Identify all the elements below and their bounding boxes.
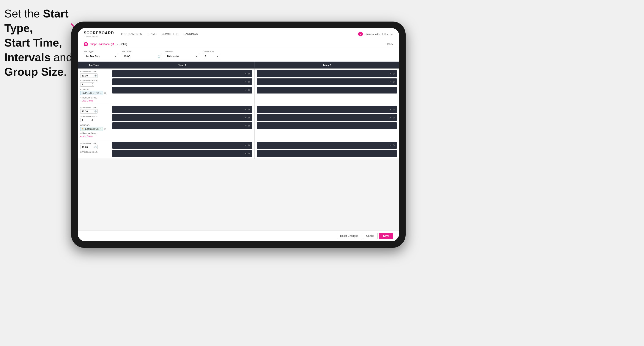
course-name-2: East Lake GC: [85, 128, 98, 130]
player-gear-1-2[interactable]: ⚙: [248, 81, 250, 83]
starting-time-label-2: STARTING TIME:: [80, 106, 107, 109]
course-label-1: COURSE:: [80, 88, 107, 90]
starting-hole-label-3: STARTING HOLE:: [80, 151, 107, 153]
player-row-6-1: ✕ ⚙: [257, 142, 397, 149]
player-gear-4-1[interactable]: ⚙: [393, 108, 395, 111]
starting-hole-input-1[interactable]: [80, 82, 94, 87]
player-row-2-1: ✕ ⚙: [257, 70, 397, 77]
player-gear-1-1[interactable]: ⚙: [248, 72, 250, 75]
team2-cell-3: ✕ ⚙: [254, 140, 399, 159]
reset-changes-button[interactable]: Reset Changes: [337, 233, 361, 239]
annotation-text: Set the Start Type,Start Time,Intervals …: [4, 6, 73, 79]
cancel-button[interactable]: Cancel: [363, 233, 378, 239]
nav-teams[interactable]: TEAMS: [147, 32, 157, 36]
breadcrumb-hosting: Hosting: [119, 43, 128, 46]
course-name-1: (A) Peachtree GC: [82, 92, 99, 94]
logo-area: SCOREBOARD Powered by clipp: [84, 31, 114, 37]
player-row-5-1: ✕ ⚙: [112, 142, 252, 149]
course-remove-1[interactable]: ✕: [100, 92, 102, 95]
player-gear-5-2[interactable]: ⚙: [248, 152, 250, 155]
group-size-select[interactable]: 3: [203, 54, 220, 59]
player-remove-3-2[interactable]: ✕: [245, 116, 246, 119]
player-gear-3-2[interactable]: ⚙: [248, 116, 250, 119]
starting-hole-label-1: STARTING HOLE:: [80, 79, 107, 82]
team2-cell-2: ✕ ⚙ ✕ ⚙: [254, 104, 399, 140]
course-settings-1[interactable]: ⚙: [104, 92, 106, 95]
player-row-2-empty: [257, 87, 397, 94]
nav-tournaments[interactable]: TOURNAMENTS: [121, 32, 142, 36]
player-row-4-empty: [257, 122, 397, 129]
nav-links: TOURNAMENTS TEAMS COMMITTEE RANKINGS: [121, 32, 358, 36]
player-row-3-1: ✕ ⚙: [112, 106, 252, 113]
team2-cell-1: ✕ ⚙ ✕ ⚙: [254, 68, 399, 104]
player-row-3-2: ✕ ⚙: [112, 114, 252, 121]
group-row-3: STARTING TIME: 🕐 STARTING HOLE: ✕ ⚙ ✕ ⚙: [78, 140, 399, 159]
start-type-select[interactable]: 1st Tee Start: [84, 54, 118, 59]
starting-hole-input-2[interactable]: [80, 118, 94, 122]
start-time-label: Start Time: [122, 50, 162, 53]
start-time-group: Start Time 🕐: [122, 50, 162, 59]
clipp-logo-icon: C: [84, 42, 88, 46]
player-row-4-1: ✕ ⚙: [257, 106, 397, 113]
group-left-2: STARTING TIME: 🕐 STARTING HOLE: COURSE: …: [78, 104, 110, 140]
remove-group-btn-1[interactable]: ○ Remove Group: [80, 97, 107, 99]
player-remove-2-2[interactable]: ✕: [390, 81, 391, 83]
player-remove-6-1[interactable]: ✕: [390, 144, 391, 147]
add-group-btn-1[interactable]: + Add Group: [80, 100, 107, 102]
player-remove-4-1[interactable]: ✕: [390, 108, 391, 111]
course-label-2: COURSE:: [80, 124, 107, 126]
breadcrumb-tournament[interactable]: Clippd Invitational (M...: [90, 43, 116, 46]
group-row-2: STARTING TIME: 🕐 STARTING HOLE: COURSE: …: [78, 104, 399, 140]
player-remove-1-2[interactable]: ✕: [245, 81, 246, 83]
player-row-1-2: ✕ ⚙: [112, 78, 252, 85]
team1-cell-3: ✕ ⚙ ✕ ⚙: [110, 140, 254, 159]
add-group-btn-2[interactable]: + Add Group: [80, 135, 107, 138]
player-remove-3-e[interactable]: ✕: [245, 125, 246, 127]
player-remove-5-2[interactable]: ✕: [245, 152, 246, 155]
breadcrumb-sep: ›: [117, 43, 118, 45]
course-settings-2[interactable]: ⚙: [104, 128, 106, 130]
player-remove-1-1[interactable]: ✕: [245, 72, 246, 75]
player-gear-1-e[interactable]: ⚙: [248, 89, 250, 92]
starting-hole-label-2: STARTING HOLE:: [80, 115, 107, 117]
player-remove-4-2[interactable]: ✕: [390, 116, 391, 119]
player-remove-5-1[interactable]: ✕: [245, 144, 246, 147]
player-remove-1-e[interactable]: ✕: [245, 89, 246, 92]
player-row-3-extra: ✕ ⚙: [112, 122, 252, 129]
sign-out-link[interactable]: Sign out: [384, 33, 393, 35]
nav-committee[interactable]: COMMITTEE: [162, 32, 178, 36]
course-badge-1: (A) Peachtree GC ✕: [80, 91, 103, 95]
player-remove-3-1[interactable]: ✕: [245, 108, 246, 111]
start-type-label: Start Type: [84, 50, 118, 53]
intervals-label: Intervals: [165, 50, 199, 53]
player-gear-6-1[interactable]: ⚙: [393, 144, 395, 147]
clock-icon: 🕐: [158, 55, 160, 58]
back-button[interactable]: ‹ Back: [386, 43, 393, 46]
player-gear-2-1[interactable]: ⚙: [393, 72, 395, 75]
player-remove-2-1[interactable]: ✕: [390, 72, 391, 75]
nav-right: B blair@clippd.io | Sign out: [358, 32, 393, 36]
time-icon-2: 🕐: [94, 110, 97, 112]
controls-row: Start Type 1st Tee Start Start Time 🕐 In…: [78, 48, 399, 62]
player-row-2-2: ✕ ⚙: [257, 78, 397, 85]
player-gear-3-e[interactable]: ⚙: [248, 125, 250, 127]
course-remove-2[interactable]: ✕: [100, 128, 102, 130]
nav-bar: SCOREBOARD Powered by clipp TOURNAMENTS …: [78, 28, 399, 40]
player-gear-2-2[interactable]: ⚙: [393, 81, 395, 83]
save-button[interactable]: Save: [379, 233, 393, 239]
course-icon-2: 🏌: [82, 128, 84, 130]
remove-group-btn-2[interactable]: ○ Remove Group: [80, 132, 107, 135]
logo-sub: Powered by clipp: [84, 35, 114, 37]
tablet-frame: SCOREBOARD Powered by clipp TOURNAMENTS …: [71, 21, 406, 248]
table-header: Tee Time Team 1 Team 2: [78, 62, 399, 68]
nav-rankings[interactable]: RANKINGS: [184, 32, 198, 36]
time-icon-3: 🕐: [94, 146, 97, 148]
group-left-1: STARTING TIME: 🕐 STARTING HOLE: COURSE: …: [78, 68, 110, 104]
nav-separator: |: [382, 33, 383, 35]
player-gear-5-1[interactable]: ⚙: [248, 144, 250, 147]
player-gear-4-2[interactable]: ⚙: [393, 116, 395, 119]
intervals-select[interactable]: 10 Minutes: [165, 54, 199, 59]
player-gear-3-1[interactable]: ⚙: [248, 108, 250, 111]
starting-time-label-1: STARTING TIME:: [80, 71, 107, 73]
start-time-input[interactable]: [122, 54, 162, 59]
